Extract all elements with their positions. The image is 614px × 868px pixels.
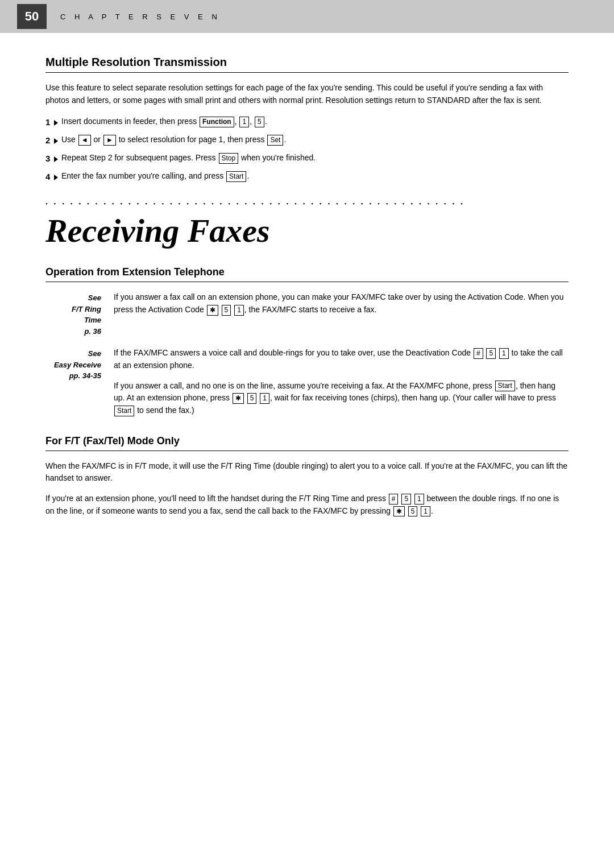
key-star: ✱ [207,305,218,316]
section2-body2-col: If the FAX/MFC answers a voice call and … [114,347,569,424]
step-2-num: 2 [45,134,61,147]
step-3-text: Repeat Step 2 for subsequent pages. Pres… [61,152,569,164]
section3-divider [45,450,569,451]
step-2: 2 Use ◄ or ► to select resolution for pa… [45,134,569,147]
big-title: Receiving Faxes [45,213,569,249]
key-1c: 1 [260,393,269,404]
step-1-num: 1 [45,115,61,129]
steps-list: 1 Insert documents in feeder, then press… [45,115,569,184]
key-5a: 5 [222,305,231,316]
dotted-divider: • • • • • • • • • • • • • • • • • • • • … [45,201,569,207]
sidebar2-note: See Easy Receive pp. 34-35 [45,348,101,382]
key-function: Function [200,117,234,127]
step-3-num: 3 [45,152,61,166]
key-1b: 1 [499,348,509,359]
key-5: 5 [255,117,264,127]
key-5d: 5 [401,494,411,505]
key-set: Set [267,135,283,146]
section3-body1: When the FAX/MFC is in F/T mode, it will… [45,460,569,485]
key-1a: 1 [234,305,244,316]
step-4: 4 Enter the fax number you're calling, a… [45,170,569,184]
key-hash: # [474,348,483,359]
sidebar2-see: See [88,349,101,358]
sidebar2-item: Easy Receive [54,361,101,369]
section1-intro: Use this feature to select separate reso… [45,82,569,106]
key-start3: Start [114,406,134,416]
step-3: 3 Repeat Step 2 for subsequent pages. Pr… [45,152,569,166]
sidebar2-page: pp. 34-35 [69,371,101,380]
key-1: 1 [239,117,249,127]
sidebar1-see: See [88,294,101,302]
key-stop: Stop [219,153,239,164]
key-right: ► [103,135,116,146]
section3-body2: If you're at an extension phone, you'll … [45,493,569,517]
main-content: Multiple Resolution Transmission Use thi… [0,33,614,548]
section2-body1: If you answer a fax call on an extension… [114,291,569,316]
key-star2: ✱ [233,393,244,404]
page: 50 C H A P T E R S E V E N Multiple Reso… [0,0,614,868]
key-start: Start [226,171,246,182]
section3-title: For F/T (Fax/Tel) Mode Only [45,435,569,447]
step-4-num: 4 [45,170,61,184]
section2-divider [45,282,569,282]
key-hash2: # [389,494,399,505]
key-5e: 5 [408,506,418,517]
section2-title: Operation from Extension Telephone [45,266,569,278]
dots: • • • • • • • • • • • • • • • • • • • • … [45,201,465,207]
key-1e: 1 [421,506,430,517]
key-star3: ✱ [393,506,405,517]
key-1d: 1 [414,494,424,505]
sidebar1-note: See F/T Ring Time p. 36 [45,292,101,337]
section2-body2: If the FAX/MFC answers a voice call and … [114,347,569,371]
key-5b: 5 [486,348,496,359]
step-1: 1 Insert documents in feeder, then press… [45,115,569,129]
sidebar2: See Easy Receive pp. 34-35 [45,347,114,424]
step-1-text: Insert documents in feeder, then press F… [61,115,569,128]
header-bar: 50 C H A P T E R S E V E N [0,0,614,33]
sidebar1: See F/T Ring Time p. 36 [45,291,114,337]
key-left: ◄ [78,135,91,146]
section1-title: Multiple Resolution Transmission [45,56,569,69]
section2-body3: If you answer a call, and no one is on t… [114,380,569,417]
step-4-text: Enter the fax number you're calling, and… [61,170,569,183]
sidebar1-item2: Time [84,316,101,324]
section2-body1-col: If you answer a fax call on an extension… [114,291,569,337]
sidebar1-item: F/T Ring [72,305,101,313]
step-2-text: Use ◄ or ► to select resolution for page… [61,134,569,146]
section2-block1: See F/T Ring Time p. 36 If you answer a … [45,291,569,337]
key-start2: Start [495,381,515,391]
sidebar1-page: p. 36 [84,327,101,336]
section2-block2: See Easy Receive pp. 34-35 If the FAX/MF… [45,347,569,424]
section1-divider [45,72,569,73]
chapter-label: C H A P T E R S E V E N [60,13,221,21]
page-number: 50 [17,4,47,29]
key-5c: 5 [247,393,257,404]
